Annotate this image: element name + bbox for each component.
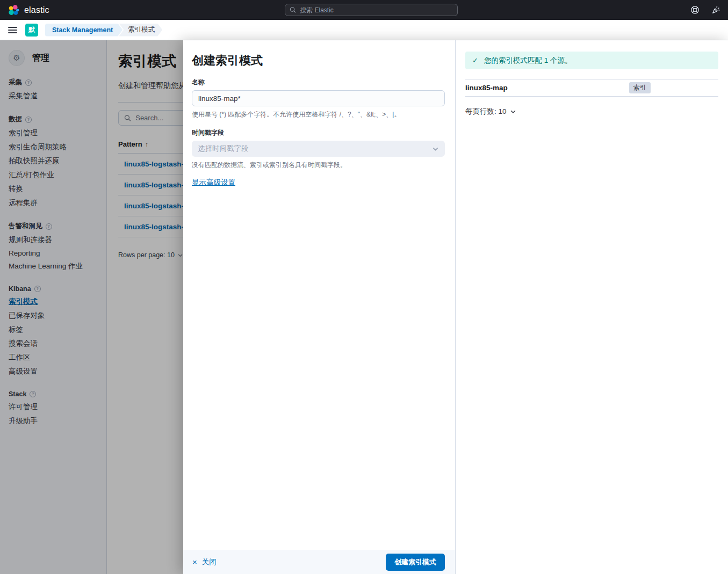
breadcrumb-index-patterns: 索引模式 — [119, 24, 162, 37]
breadcrumb: Stack Management 索引模式 — [45, 24, 162, 37]
flyout-form-column: 创建索引模式 名称 使用星号 (*) 匹配多个字符。不允许使用空格和字符 /、?… — [183, 40, 455, 574]
help-life-ring-icon[interactable] — [690, 5, 700, 14]
top-header-bar: elastic — [0, 0, 728, 20]
check-icon: ✓ — [472, 56, 478, 64]
global-search-box[interactable] — [285, 4, 458, 16]
matched-source-row: linux85-map 索引 — [465, 79, 718, 97]
global-search-input[interactable] — [300, 6, 453, 14]
breadcrumb-stack-management[interactable]: Stack Management — [45, 24, 122, 37]
elastic-logo[interactable]: elastic — [8, 4, 49, 16]
match-success-callout: ✓ 您的索引模式匹配 1 个源。 — [465, 52, 718, 69]
select-placeholder: 选择时间戳字段 — [198, 144, 249, 154]
breadcrumb-bar: 默 Stack Management 索引模式 — [0, 20, 728, 40]
index-pattern-name-input[interactable] — [192, 90, 445, 106]
name-label: 名称 — [192, 78, 445, 87]
show-advanced-settings-link[interactable]: 显示高级设置 — [192, 178, 235, 187]
chevron-down-icon — [510, 108, 516, 115]
menu-hamburger-icon[interactable] — [7, 25, 18, 35]
source-type-badge: 索引 — [629, 82, 651, 93]
preview-rows-per-page-selector[interactable]: 每页行数: 10 — [465, 107, 718, 117]
close-flyout-button[interactable]: × 关闭 — [192, 557, 217, 567]
elastic-logo-icon — [8, 4, 19, 16]
create-index-pattern-flyout: 创建索引模式 名称 使用星号 (*) 匹配多个字符。不允许使用空格和字符 /、?… — [183, 40, 728, 574]
name-help-text: 使用星号 (*) 匹配多个字符。不允许使用空格和字符 /、?、"、&lt;、>、… — [192, 110, 445, 119]
newsfeed-party-horn-icon[interactable] — [711, 5, 720, 14]
logo-text: elastic — [24, 5, 49, 15]
timestamp-help-text: 没有匹配的数据流、索引或索引别名具有时间戳字段。 — [192, 161, 445, 170]
create-index-pattern-button[interactable]: 创建索引模式 — [386, 554, 445, 571]
flyout-title: 创建索引模式 — [192, 53, 445, 69]
search-icon — [290, 6, 296, 13]
chevron-down-icon — [432, 146, 439, 152]
kibana-app: elastic 默 Stack Management 索引模式 — [0, 0, 728, 574]
flyout-preview-column: ✓ 您的索引模式匹配 1 个源。 linux85-map 索引 每页行数: 10 — [455, 40, 728, 574]
space-avatar[interactable]: 默 — [25, 24, 38, 37]
close-icon: × — [192, 558, 197, 566]
flyout-footer: × 关闭 创建索引模式 — [183, 550, 455, 574]
timestamp-field-select[interactable]: 选择时间戳字段 — [192, 141, 445, 157]
callout-text: 您的索引模式匹配 1 个源。 — [484, 56, 572, 66]
timestamp-label: 时间戳字段 — [192, 128, 445, 137]
source-name: linux85-map — [465, 84, 629, 92]
header-actions — [690, 0, 720, 20]
